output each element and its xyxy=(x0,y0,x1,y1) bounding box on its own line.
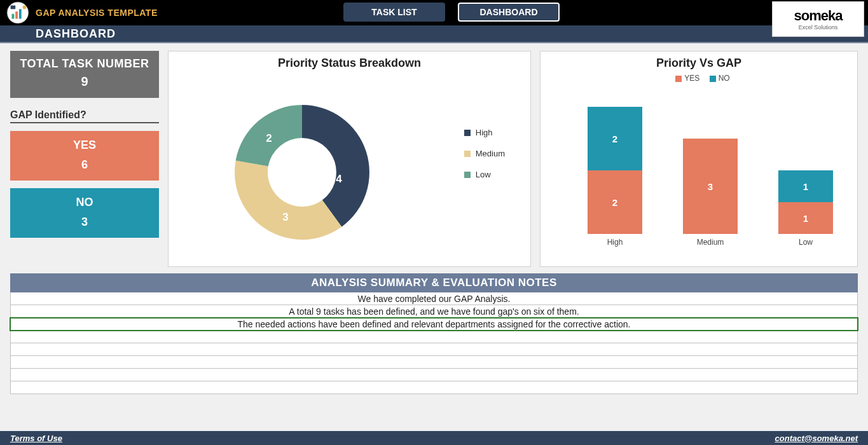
main-body: TOTAL TASK NUMBER 9 GAP Identified? YES … xyxy=(0,43,868,267)
summary-row[interactable] xyxy=(10,331,858,343)
bar-group-high: 2 2 High xyxy=(586,107,644,234)
summary-row[interactable] xyxy=(10,369,858,381)
donut-chart: 4 3 2 xyxy=(226,96,378,251)
bar-low-yes: 1 xyxy=(778,202,833,234)
no-value: 3 xyxy=(14,216,155,229)
left-column: TOTAL TASK NUMBER 9 GAP Identified? YES … xyxy=(10,51,159,267)
template-title: GAP ANALYSIS TEMPLATE xyxy=(36,8,158,18)
legend-medium: Medium xyxy=(464,149,505,158)
bar-group-low: 1 1 Low xyxy=(777,170,834,234)
bar-cat-medium: Medium xyxy=(682,238,739,247)
total-value: 9 xyxy=(14,74,155,89)
yes-label: YES xyxy=(14,139,155,152)
chart1-legend: High Medium Low xyxy=(464,128,505,179)
no-label: NO xyxy=(14,196,155,209)
summary-row-selected[interactable]: The needed actions have been defined and… xyxy=(10,318,858,331)
legend-yes: YES xyxy=(684,74,699,83)
bar-medium-yes: 3 xyxy=(683,139,738,234)
nav-tabs: TASK LIST DASHBOARD xyxy=(343,3,598,22)
yes-value: 6 xyxy=(14,158,155,172)
bar-high-no: 2 xyxy=(588,107,642,170)
summary-row[interactable]: A total 9 tasks has been defined, and we… xyxy=(10,305,858,318)
donut-value-medium: 3 xyxy=(282,211,288,223)
summary-table: We have completed our GAP Analysis. A to… xyxy=(10,292,858,394)
bar-low-no: 1 xyxy=(778,170,833,202)
card-total-tasks: TOTAL TASK NUMBER 9 xyxy=(10,51,159,98)
svg-point-4 xyxy=(23,6,27,10)
app-logo-icon xyxy=(5,0,31,25)
sub-header: DASHBOARD xyxy=(0,25,868,43)
card-gap-yes: YES 6 xyxy=(10,131,159,181)
gap-identified-label: GAP Identified? xyxy=(10,109,159,123)
legend-low: Low xyxy=(464,170,505,179)
svg-rect-1 xyxy=(12,14,15,19)
terms-link[interactable]: Terms of Use xyxy=(10,434,62,443)
summary-header: ANALYSIS SUMMARY & EVALUATION NOTES xyxy=(10,273,858,292)
bar-group-medium: 3 Medium xyxy=(682,139,739,234)
summary-row[interactable] xyxy=(10,343,858,356)
donut-value-high: 4 xyxy=(336,173,342,185)
svg-rect-3 xyxy=(19,9,22,18)
chart-priority-breakdown: Priority Status Breakdown 4 3 2 High Med… xyxy=(168,51,531,267)
legend-no: NO xyxy=(719,74,730,83)
tab-dashboard[interactable]: DASHBOARD xyxy=(458,3,560,22)
tab-task-list[interactable]: TASK LIST xyxy=(343,3,445,22)
bar-cat-low: Low xyxy=(777,238,834,247)
summary-row[interactable] xyxy=(10,381,858,394)
summary-row[interactable] xyxy=(10,356,858,369)
bar-chart-area: 2 2 High 3 Medium 1 1 Low xyxy=(561,89,837,248)
contact-email[interactable]: contact@someka.net xyxy=(775,434,858,443)
chart2-legend: YES NO xyxy=(548,74,850,83)
card-gap-no: NO 3 xyxy=(10,188,159,238)
svg-rect-5 xyxy=(11,6,16,10)
footer-bar: Terms of Use contact@someka.net xyxy=(0,431,868,445)
bar-high-yes: 2 xyxy=(588,170,642,234)
legend-high: High xyxy=(464,128,505,137)
total-label: TOTAL TASK NUMBER xyxy=(14,57,155,71)
page-title: DASHBOARD xyxy=(36,27,116,41)
brand-name: someka xyxy=(794,8,843,24)
summary-row[interactable]: We have completed our GAP Analysis. xyxy=(10,292,858,305)
svg-rect-2 xyxy=(15,11,18,18)
chart2-title: Priority Vs GAP xyxy=(548,57,850,70)
chart-priority-vs-gap: Priority Vs GAP YES NO 2 2 High 3 Medium xyxy=(540,51,858,267)
bar-cat-high: High xyxy=(586,238,644,247)
donut-value-low: 2 xyxy=(266,132,272,144)
chart1-title: Priority Status Breakdown xyxy=(176,57,523,70)
brand-subtitle: Excel Solutions xyxy=(799,24,838,31)
brand-logo[interactable]: someka Excel Solutions xyxy=(772,1,864,37)
